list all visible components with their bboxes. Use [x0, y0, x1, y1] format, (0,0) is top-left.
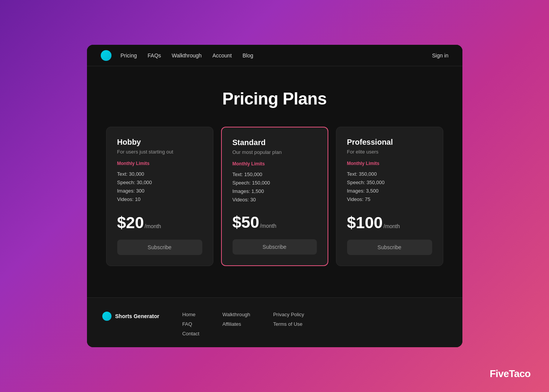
footer-link-privacy[interactable]: Privacy Policy — [273, 312, 304, 317]
footer: Shorts Generator Home FAQ Contact Walkth… — [87, 297, 462, 347]
nav-link-walkthrough[interactable]: Walkthrough — [172, 52, 202, 59]
price-amount-hobby: $20 — [117, 214, 144, 232]
price-row-hobby: $20 /month — [117, 214, 202, 232]
limit-item: Videos: 10 — [117, 195, 202, 204]
limits-list-professional: Text: 350,000 Speech: 350,000 Images: 3,… — [347, 170, 432, 204]
price-amount-standard: $50 — [233, 213, 259, 232]
fivetaco-watermark: FiveTaco — [490, 368, 531, 380]
footer-link-home[interactable]: Home — [182, 312, 200, 317]
footer-link-faq[interactable]: FAQ — [182, 321, 200, 327]
footer-link-contact[interactable]: Contact — [182, 331, 200, 336]
price-period-professional: /month — [383, 223, 400, 229]
plan-desc-hobby: For users just starting out — [117, 149, 202, 155]
limit-item: Text: 350,000 — [347, 170, 432, 178]
plan-name-professional: Professional — [347, 138, 432, 147]
subscribe-button-hobby[interactable]: Subscribe — [117, 240, 202, 255]
limit-item: Speech: 350,000 — [347, 178, 432, 187]
app-window: Pricing FAQs Walkthrough Account Blog Si… — [87, 45, 462, 347]
footer-link-affiliates[interactable]: Affiliates — [222, 321, 250, 327]
limit-item: Speech: 30,000 — [117, 178, 202, 187]
monthly-limits-label-standard: Monthly Limits — [233, 161, 317, 167]
nav-logo-icon[interactable] — [101, 50, 111, 61]
subscribe-button-professional[interactable]: Subscribe — [347, 240, 432, 255]
main-content: Pricing Plans Hobby For users just start… — [87, 66, 462, 297]
footer-logo-icon — [102, 312, 111, 321]
plan-card-hobby: Hobby For users just starting out Monthl… — [106, 127, 213, 266]
footer-brand-name: Shorts Generator — [115, 313, 159, 319]
limit-item: Videos: 75 — [347, 195, 432, 204]
limit-item: Images: 1,500 — [233, 187, 317, 196]
price-amount-professional: $100 — [347, 214, 383, 232]
limit-item: Speech: 150,000 — [233, 179, 317, 187]
monthly-limits-label-hobby: Monthly Limits — [117, 161, 202, 166]
footer-link-terms[interactable]: Terms of Use — [273, 321, 304, 327]
nav-link-faqs[interactable]: FAQs — [147, 52, 161, 59]
plans-grid: Hobby For users just starting out Monthl… — [102, 127, 447, 266]
plan-desc-standard: Our most popular plan — [233, 149, 317, 155]
footer-col-1: Home FAQ Contact — [182, 312, 200, 336]
footer-col-2: Walkthrough Affiliates — [222, 312, 250, 327]
limit-item: Images: 300 — [117, 187, 202, 195]
monthly-limits-label-professional: Monthly Limits — [347, 161, 432, 166]
limit-item: Text: 30,000 — [117, 170, 202, 178]
footer-brand: Shorts Generator — [102, 312, 159, 321]
nav-links: Pricing FAQs Walkthrough Account Blog — [121, 52, 432, 59]
footer-inner: Shorts Generator Home FAQ Contact Walkth… — [102, 312, 447, 336]
limit-item: Videos: 30 — [233, 196, 317, 204]
signin-button[interactable]: Sign in — [432, 52, 449, 59]
plan-name-hobby: Hobby — [117, 138, 202, 147]
limits-list-standard: Text: 150,000 Speech: 150,000 Images: 1,… — [233, 170, 317, 204]
subscribe-button-standard[interactable]: Subscribe — [233, 239, 317, 255]
price-row-standard: $50 /month — [233, 213, 317, 232]
plan-name-standard: Standard — [233, 138, 317, 147]
price-period-hobby: /month — [145, 223, 161, 229]
page-title: Pricing Plans — [222, 89, 326, 108]
footer-col-3: Privacy Policy Terms of Use — [273, 312, 304, 327]
limit-item: Images: 3,500 — [347, 187, 432, 195]
limit-item: Text: 150,000 — [233, 170, 317, 179]
nav-link-blog[interactable]: Blog — [243, 52, 253, 59]
nav-link-account[interactable]: Account — [212, 52, 232, 59]
price-row-professional: $100 /month — [347, 214, 432, 232]
plan-card-standard: Standard Our most popular plan Monthly L… — [221, 127, 328, 266]
navbar: Pricing FAQs Walkthrough Account Blog Si… — [87, 45, 462, 66]
price-period-standard: /month — [260, 223, 277, 229]
nav-link-pricing[interactable]: Pricing — [121, 52, 137, 59]
limits-list-hobby: Text: 30,000 Speech: 30,000 Images: 300 … — [117, 170, 202, 204]
plan-desc-professional: For elite users — [347, 149, 432, 155]
footer-link-walkthrough[interactable]: Walkthrough — [222, 312, 250, 317]
plan-card-professional: Professional For elite users Monthly Lim… — [336, 127, 443, 266]
